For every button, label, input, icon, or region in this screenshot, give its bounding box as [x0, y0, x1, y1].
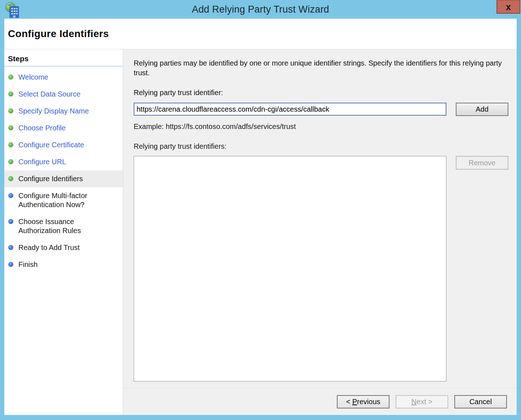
step-label: Configure Certificate [18, 140, 84, 149]
step-status-icon [8, 219, 13, 224]
previous-button[interactable]: < Previous [337, 395, 389, 408]
wizard-footer: < Previous Next > Cancel [123, 388, 517, 415]
step-label: Choose Profile [18, 124, 66, 133]
step-label: Ready to Add Trust [18, 243, 80, 252]
step-label: Select Data Source [18, 90, 80, 99]
sidebar-step-configure-identifiers[interactable]: Configure Identifiers [4, 170, 123, 187]
step-status-icon [8, 125, 13, 130]
steps-heading: Steps [8, 54, 123, 63]
sidebar-step-choose-issuance-authorization-rules[interactable]: Choose Issuance Authorization Rules [4, 213, 123, 239]
step-status-icon [8, 262, 13, 267]
step-status-icon [8, 142, 13, 147]
identifiers-listbox[interactable] [134, 156, 446, 381]
wizard-window: Configure Identifiers Steps Welcome Sele… [4, 19, 517, 415]
sidebar-step-welcome[interactable]: Welcome [4, 69, 123, 86]
sidebar-step-ready-to-add-trust[interactable]: Ready to Add Trust [4, 239, 123, 256]
step-label: Finish [18, 260, 37, 269]
window-title: Add Relying Party Trust Wizard [0, 0, 521, 19]
sidebar-step-configure-certificate[interactable]: Configure Certificate [4, 137, 123, 153]
add-button[interactable]: Add [456, 103, 508, 116]
identifier-input[interactable] [134, 103, 446, 116]
page-header: Configure Identifiers [4, 19, 517, 49]
step-status-icon [8, 91, 13, 97]
step-label: Configure Identifiers [18, 174, 83, 183]
steps-sidebar: Steps Welcome Select Data Source Specify… [4, 49, 123, 415]
sidebar-step-specify-display-name[interactable]: Specify Display Name [4, 103, 123, 120]
sidebar-step-finish[interactable]: Finish [4, 256, 123, 273]
remove-button[interactable]: Remove [456, 156, 508, 170]
identifiers-list-label: Relying party trust identifiers: [134, 142, 517, 151]
step-label: Configure Multi-factor Authentication No… [18, 191, 107, 209]
steps-divider [4, 66, 123, 67]
titlebar: Add Relying Party Trust Wizard x [0, 0, 521, 19]
step-status-icon [8, 193, 13, 198]
sidebar-step-select-data-source[interactable]: Select Data Source [4, 86, 123, 103]
cancel-button[interactable]: Cancel [454, 395, 507, 408]
step-status-icon [8, 159, 13, 164]
sidebar-step-choose-profile[interactable]: Choose Profile [4, 120, 123, 137]
close-button[interactable]: x [496, 0, 520, 14]
step-status-icon [8, 245, 13, 250]
step-status-icon [8, 75, 13, 80]
sidebar-step-configure-url[interactable]: Configure URL [4, 153, 123, 170]
page-title: Configure Identifiers [8, 28, 109, 40]
step-label: Choose Issuance Authorization Rules [18, 217, 107, 235]
main-pane: Relying parties may be identified by one… [123, 49, 517, 415]
next-button[interactable]: Next > [396, 395, 448, 408]
sidebar-step-configure-multi-factor-authentication-now[interactable]: Configure Multi-factor Authentication No… [4, 187, 123, 213]
step-label: Specify Display Name [18, 107, 89, 116]
page-description: Relying parties may be identified by one… [134, 58, 504, 78]
step-status-icon [8, 176, 13, 181]
step-status-icon [8, 108, 13, 113]
step-label: Welcome [18, 73, 48, 82]
step-label: Configure URL [18, 157, 66, 166]
example-text: Example: https://fs.contoso.com/adfs/ser… [134, 122, 517, 131]
steps-list: Welcome Select Data Source Specify Displ… [4, 69, 123, 273]
identifier-label: Relying party trust identifier: [134, 89, 517, 97]
